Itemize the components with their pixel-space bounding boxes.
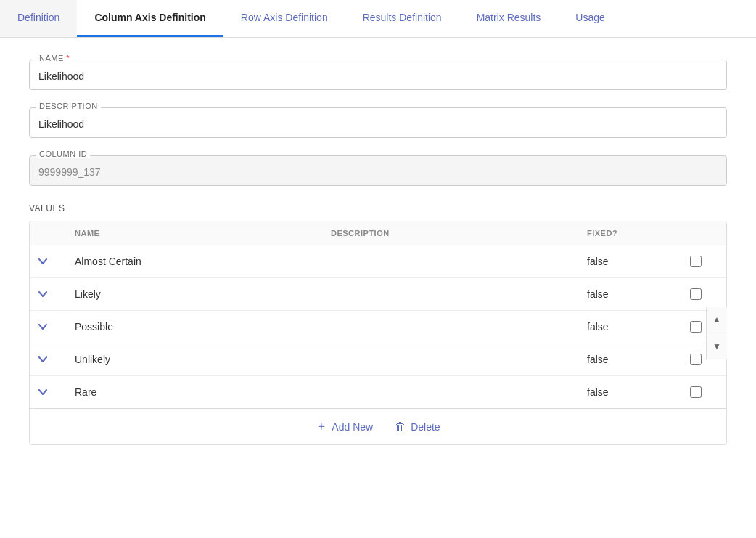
row-fixed-0: false — [587, 256, 674, 267]
row-checkbox-0[interactable] — [674, 256, 718, 267]
checkbox-input-1[interactable] — [690, 288, 702, 300]
description-label: DESCRIPTION — [36, 102, 101, 110]
add-new-button[interactable]: ＋ Add New — [316, 419, 373, 434]
expand-row-button-2[interactable] — [38, 324, 75, 330]
table-row: Likely false — [30, 278, 726, 311]
delete-button[interactable]: 🗑 Delete — [395, 420, 440, 433]
row-name-2: Possible — [75, 321, 331, 333]
checkbox-input-2[interactable] — [690, 321, 702, 333]
row-checkbox-1[interactable] — [674, 288, 718, 300]
table-row: Almost Certain false — [30, 245, 726, 278]
main-content: NAME * DESCRIPTION COLUMN ID VALUES NAME… — [0, 38, 756, 467]
checkbox-input-4[interactable] — [690, 386, 702, 398]
row-name-1: Likely — [75, 288, 331, 300]
expand-row-button-3[interactable] — [38, 356, 75, 362]
column-id-field-group: COLUMN ID — [29, 155, 727, 186]
tabs-container: DefinitionColumn Axis DefinitionRow Axis… — [0, 0, 756, 38]
tab-bar: DefinitionColumn Axis DefinitionRow Axis… — [0, 0, 756, 38]
expand-row-button-4[interactable] — [38, 389, 75, 395]
expand-row-button-0[interactable] — [38, 258, 75, 264]
table-row: Possible false — [30, 311, 726, 343]
required-indicator: * — [66, 54, 70, 62]
tab-usage[interactable]: Usage — [558, 0, 622, 37]
description-field-group: DESCRIPTION — [29, 107, 727, 138]
name-label: NAME * — [36, 54, 73, 62]
values-label: VALUES — [29, 203, 727, 213]
row-fixed-2: false — [587, 321, 674, 333]
column-id-input — [29, 155, 727, 186]
trash-icon: 🗑 — [395, 420, 406, 433]
name-field-group: NAME * — [29, 60, 727, 90]
column-id-label: COLUMN ID — [36, 150, 90, 158]
tab-row-axis-definition[interactable]: Row Axis Definition — [223, 0, 345, 37]
row-name-4: Rare — [75, 386, 331, 398]
values-table: NAME DESCRIPTION FIXED? Almost Certain f… — [29, 221, 727, 445]
table-row: Rare false — [30, 376, 726, 408]
values-section: VALUES NAME DESCRIPTION FIXED? Almost Ce — [29, 203, 727, 445]
scroll-up-button[interactable]: ▲ — [707, 307, 727, 333]
row-fixed-4: false — [587, 386, 674, 398]
delete-label: Delete — [411, 421, 440, 433]
tab-column-axis-definition[interactable]: Column Axis Definition — [77, 0, 223, 37]
table-footer: ＋ Add New 🗑 Delete — [30, 408, 726, 444]
checkbox-input-3[interactable] — [690, 354, 702, 365]
tab-results-definition[interactable]: Results Definition — [345, 0, 459, 37]
row-name-0: Almost Certain — [75, 256, 331, 267]
description-input[interactable] — [29, 107, 727, 138]
col-header-expand — [38, 229, 75, 237]
name-input[interactable] — [29, 60, 727, 90]
row-name-3: Unlikely — [75, 354, 331, 365]
row-checkbox-4[interactable] — [674, 386, 718, 398]
expand-row-button-1[interactable] — [38, 291, 75, 297]
scroll-buttons: ▲ ▼ — [706, 307, 727, 359]
table-row: Unlikely false — [30, 343, 726, 376]
table-header: NAME DESCRIPTION FIXED? — [30, 221, 726, 245]
values-wrapper: NAME DESCRIPTION FIXED? Almost Certain f… — [29, 221, 727, 445]
row-fixed-1: false — [587, 288, 674, 300]
col-header-name: NAME — [75, 229, 331, 237]
tab-matrix-results[interactable]: Matrix Results — [459, 0, 559, 37]
tab-definition[interactable]: Definition — [0, 0, 77, 37]
scroll-down-button[interactable]: ▼ — [707, 333, 727, 359]
add-new-label: Add New — [332, 421, 373, 433]
plus-icon: ＋ — [316, 419, 327, 434]
col-header-checkbox — [674, 229, 718, 237]
checkbox-input-0[interactable] — [690, 256, 702, 267]
table-rows: Almost Certain false Likely false — [30, 245, 726, 408]
col-header-fixed: FIXED? — [587, 229, 674, 237]
row-fixed-3: false — [587, 354, 674, 365]
col-header-description: DESCRIPTION — [331, 229, 587, 237]
